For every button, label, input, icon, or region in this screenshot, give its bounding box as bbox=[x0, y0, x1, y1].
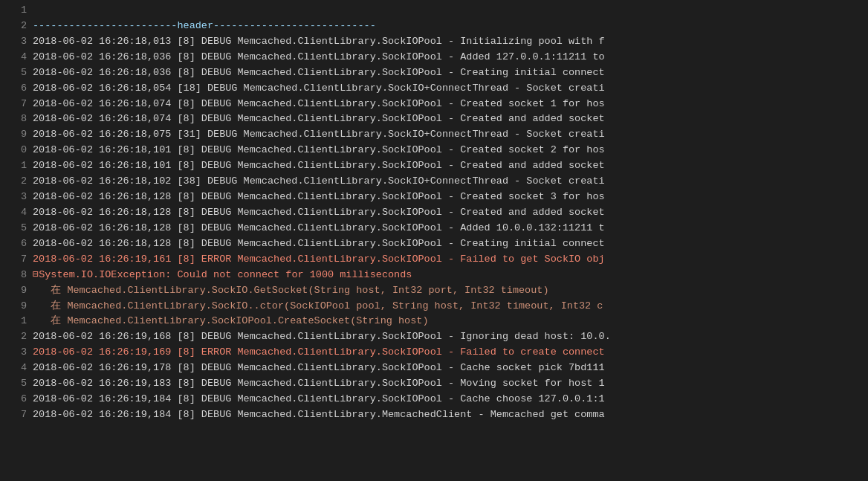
log-line: 22018-06-02 16:26:18,102 [38] DEBUG Memc… bbox=[0, 174, 868, 190]
line-number: 2 bbox=[6, 174, 27, 190]
log-text: 2018-06-02 16:26:18,128 [8] DEBUG Memcac… bbox=[33, 238, 605, 249]
log-line: 72018-06-02 16:26:18,074 [8] DEBUG Memca… bbox=[0, 97, 868, 112]
log-line: 2------------------------header---------… bbox=[0, 19, 868, 34]
log-line: 82018-06-02 16:26:18,074 [8] DEBUG Memca… bbox=[0, 112, 868, 127]
line-number: 5 bbox=[6, 221, 27, 236]
line-number: 3 bbox=[6, 345, 27, 361]
log-line: 52018-06-02 16:26:19,183 [8] DEBUG Memca… bbox=[0, 376, 868, 392]
log-text: 2018-06-02 16:26:18,036 [8] DEBUG Memcac… bbox=[33, 67, 605, 78]
log-text: ------------------------header----------… bbox=[33, 20, 376, 31]
log-text: 2018-06-02 16:26:19,184 [8] DEBUG Memcac… bbox=[33, 409, 605, 420]
line-number: 8 bbox=[6, 112, 27, 127]
log-line: 32018-06-02 16:26:18,013 [8] DEBUG Memca… bbox=[0, 34, 868, 50]
log-line: 92018-06-02 16:26:18,075 [31] DEBUG Memc… bbox=[0, 127, 868, 143]
line-number: 7 bbox=[6, 407, 27, 423]
log-line: 42018-06-02 16:26:18,036 [8] DEBUG Memca… bbox=[0, 50, 868, 65]
line-number: 2 bbox=[6, 329, 27, 345]
line-number: 4 bbox=[6, 361, 27, 376]
line-number: 6 bbox=[6, 81, 27, 97]
log-line: 62018-06-02 16:26:18,128 [8] DEBUG Memca… bbox=[0, 236, 868, 252]
log-line: 32018-06-02 16:26:19,169 [8] ERROR Memca… bbox=[0, 345, 868, 361]
line-number: 0 bbox=[6, 143, 27, 158]
log-line: 72018-06-02 16:26:19,161 [8] ERROR Memca… bbox=[0, 252, 868, 268]
log-text: 在 Memcached.ClientLibrary.SockIO..ctor(S… bbox=[33, 300, 603, 311]
line-number: 3 bbox=[6, 34, 27, 50]
log-line: 72018-06-02 16:26:19,184 [8] DEBUG Memca… bbox=[0, 407, 868, 423]
log-line: 22018-06-02 16:26:19,168 [8] DEBUG Memca… bbox=[0, 329, 868, 345]
log-text: 2018-06-02 16:26:18,075 [31] DEBUG Memca… bbox=[33, 129, 605, 140]
line-number: 1 bbox=[6, 3, 27, 19]
line-number: 3 bbox=[6, 190, 27, 205]
log-text: 2018-06-02 16:26:19,183 [8] DEBUG Memcac… bbox=[33, 378, 605, 389]
log-text: 2018-06-02 16:26:18,074 [8] DEBUG Memcac… bbox=[33, 98, 605, 109]
log-line: 42018-06-02 16:26:18,128 [8] DEBUG Memca… bbox=[0, 205, 868, 221]
log-text: 2018-06-02 16:26:19,169 [8] ERROR Memcac… bbox=[33, 346, 605, 358]
line-number: 2 bbox=[6, 19, 27, 34]
log-text: 2018-06-02 16:26:18,036 [8] DEBUG Memcac… bbox=[33, 51, 605, 62]
line-number: 7 bbox=[6, 97, 27, 112]
log-text: 在 Memcached.ClientLibrary.SockIO.GetSock… bbox=[33, 285, 549, 296]
log-line: 1 在 Memcached.ClientLibrary.SockIOPool.C… bbox=[0, 314, 868, 329]
log-text: 2018-06-02 16:26:18,054 [18] DEBUG Memca… bbox=[33, 83, 605, 94]
log-line: 62018-06-02 16:26:18,054 [18] DEBUG Memc… bbox=[0, 81, 868, 97]
log-text: 2018-06-02 16:26:19,168 [8] DEBUG Memcac… bbox=[33, 331, 611, 342]
line-number: 6 bbox=[6, 236, 27, 252]
log-text: 2018-06-02 16:26:18,074 [8] DEBUG Memcac… bbox=[33, 113, 605, 124]
log-text: 2018-06-02 16:26:19,184 [8] DEBUG Memcac… bbox=[33, 393, 605, 404]
log-text: 2018-06-02 16:26:18,128 [8] DEBUG Memcac… bbox=[33, 222, 605, 233]
line-number: 1 bbox=[6, 158, 27, 174]
line-number: 8 bbox=[6, 268, 27, 283]
log-text: 2018-06-02 16:26:18,128 [8] DEBUG Memcac… bbox=[33, 207, 605, 218]
log-line: 42018-06-02 16:26:19,178 [8] DEBUG Memca… bbox=[0, 361, 868, 376]
line-number: 7 bbox=[6, 252, 27, 268]
log-line: 02018-06-02 16:26:18,101 [8] DEBUG Memca… bbox=[0, 143, 868, 158]
log-line: 1 bbox=[0, 3, 868, 19]
log-container: 12------------------------header--------… bbox=[0, 3, 868, 423]
log-text: 2018-06-02 16:26:19,178 [8] DEBUG Memcac… bbox=[33, 362, 605, 373]
log-line: 9 在 Memcached.ClientLibrary.SockIO..ctor… bbox=[0, 299, 868, 314]
log-line: 9 在 Memcached.ClientLibrary.SockIO.GetSo… bbox=[0, 283, 868, 299]
log-text: 2018-06-02 16:26:18,128 [8] DEBUG Memcac… bbox=[33, 191, 605, 202]
line-number: 9 bbox=[6, 283, 27, 299]
line-number: 9 bbox=[6, 299, 27, 314]
line-number: 4 bbox=[6, 205, 27, 221]
line-number: 5 bbox=[6, 65, 27, 81]
log-line: 12018-06-02 16:26:18,101 [8] DEBUG Memca… bbox=[0, 158, 868, 174]
log-line: 32018-06-02 16:26:18,128 [8] DEBUG Memca… bbox=[0, 190, 868, 205]
line-number: 6 bbox=[6, 392, 27, 407]
log-text: ⊟System.IO.IOException: Could not connec… bbox=[33, 269, 412, 280]
line-number: 5 bbox=[6, 376, 27, 392]
line-number: 4 bbox=[6, 50, 27, 65]
log-line: 8⊟System.IO.IOException: Could not conne… bbox=[0, 268, 868, 283]
log-line: 52018-06-02 16:26:18,036 [8] DEBUG Memca… bbox=[0, 65, 868, 81]
log-text: 2018-06-02 16:26:18,101 [8] DEBUG Memcac… bbox=[33, 144, 605, 155]
line-number: 9 bbox=[6, 127, 27, 143]
log-line: 62018-06-02 16:26:19,184 [8] DEBUG Memca… bbox=[0, 392, 868, 407]
log-text: 2018-06-02 16:26:19,161 [8] ERROR Memcac… bbox=[33, 254, 605, 265]
log-text: 在 Memcached.ClientLibrary.SockIOPool.Cre… bbox=[33, 315, 428, 326]
log-text: 2018-06-02 16:26:18,101 [8] DEBUG Memcac… bbox=[33, 160, 605, 171]
log-line: 52018-06-02 16:26:18,128 [8] DEBUG Memca… bbox=[0, 221, 868, 236]
log-text: 2018-06-02 16:26:18,102 [38] DEBUG Memca… bbox=[33, 175, 605, 187]
line-number: 1 bbox=[6, 314, 27, 329]
log-text: 2018-06-02 16:26:18,013 [8] DEBUG Memcac… bbox=[33, 36, 605, 47]
